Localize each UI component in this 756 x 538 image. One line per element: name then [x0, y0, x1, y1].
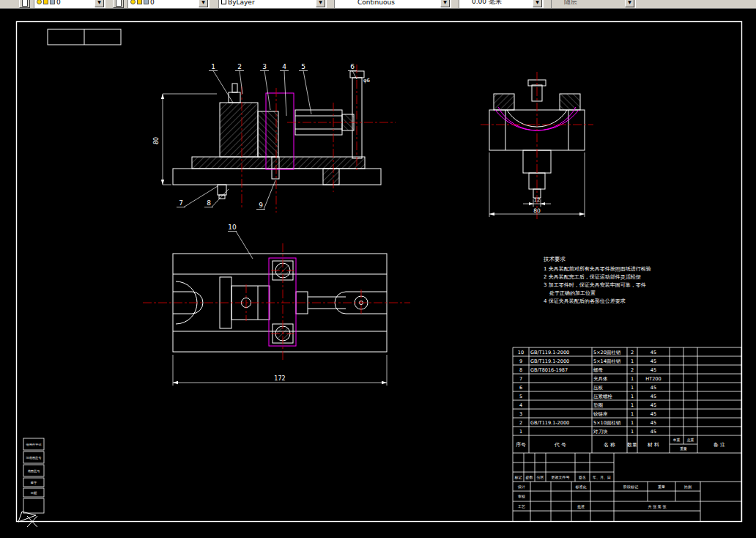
part-material: 45: [651, 367, 656, 373]
part-name: 5×20圆柱销: [593, 350, 621, 355]
chevron-down-icon[interactable]: ▼: [533, 0, 542, 7]
chevron-down-icon[interactable]: ▼: [94, 0, 104, 7]
callout-number: 10: [228, 224, 237, 231]
lineweight-dropdown[interactable]: 0.00 毫米 ▼: [459, 0, 544, 9]
callout-number: 4: [282, 63, 286, 70]
part-no: 2: [519, 420, 522, 426]
part-material: 45: [651, 411, 656, 417]
notes-line: 1 夹具装配前对所有夹具零件按照图纸进行检验: [544, 266, 651, 272]
part-name: 压板: [593, 385, 604, 391]
part-name: 对刀块: [593, 429, 608, 435]
plotstyle-dropdown[interactable]: 随层 ▼: [551, 0, 636, 9]
layer-properties-icon[interactable]: [19, 0, 30, 8]
layer-freeze-icon: [137, 0, 142, 4]
part-name: 夹具体: [593, 376, 608, 382]
plotstyle-value: 随层: [564, 0, 577, 7]
part-code: GB/T119.1-2000: [530, 350, 569, 355]
part-no: 5: [519, 394, 522, 399]
chevron-down-icon[interactable]: ▼: [625, 0, 634, 7]
chevron-down-icon[interactable]: ▼: [316, 0, 325, 7]
tb-sheets: 共 张 第 张: [648, 504, 667, 509]
margin-label: 旧底图总号: [26, 456, 42, 460]
dimension-text: 12: [534, 197, 541, 203]
header-weight: 重量: [680, 446, 687, 451]
margin-label: 借用件登记: [26, 443, 42, 446]
tb-standard: 标准化: [575, 484, 587, 490]
linetype-value: Continuous: [357, 0, 395, 6]
callout-number: 8: [207, 199, 211, 207]
tb-scale: 比例: [684, 484, 692, 490]
callout-number: 6: [350, 63, 355, 70]
part-material: 45: [651, 420, 656, 426]
layer-on-icon: [37, 0, 42, 4]
callout-number: 2: [237, 63, 242, 70]
tb-approve: 批准: [577, 504, 585, 509]
layer-freeze-icon: [43, 0, 48, 4]
part-qty: 1: [631, 420, 634, 426]
plan-callout-leader: [228, 232, 253, 259]
dimension-text: 80: [533, 207, 541, 214]
part-code: GB/T119.1-2000: [530, 420, 569, 426]
front-view: [173, 71, 381, 199]
tb-date: 年、月、日: [593, 475, 611, 480]
part-no: 6: [519, 385, 522, 391]
chevron-down-icon[interactable]: ▼: [440, 0, 450, 7]
part-code: GB/T119.1-2000: [530, 358, 569, 364]
part-qty: 1: [631, 411, 634, 417]
notes-line: 4 保证夹具装配后的各形位公差要求: [544, 298, 626, 304]
callout-number: 7: [179, 199, 183, 207]
header-remark: 备 注: [714, 442, 725, 448]
part-material: 45: [651, 358, 656, 364]
part-name: 垫圈: [593, 402, 603, 408]
page-glyph: [22, 0, 28, 7]
part-no: 3: [519, 411, 522, 417]
front-dimension-80: [163, 94, 217, 185]
part-material: 45: [651, 394, 656, 399]
linetype-dropdown[interactable]: Continuous ▼: [334, 0, 451, 9]
part-qty: 2: [631, 367, 634, 373]
tb-file: 更改文件号: [552, 475, 570, 479]
header-no: 序号: [516, 442, 526, 448]
tb-process: 工艺: [518, 504, 525, 509]
tb-sign: 签名: [579, 475, 586, 480]
part-no: 1: [519, 429, 522, 435]
parts-list-rows: 10 GB/T119.1-2000 5×20圆柱销 2 45 9 GB/T119…: [518, 350, 662, 435]
page-glyph: [116, 0, 122, 7]
part-material: 45: [651, 402, 656, 408]
part-material: HT200: [645, 376, 661, 382]
part-material: 45: [651, 385, 656, 391]
header-code: 代 号: [554, 442, 566, 448]
ucs-pointer-icon: [18, 512, 37, 527]
layer-on-icon: [130, 0, 136, 4]
part-qty: 1: [631, 358, 634, 364]
title-block-labels: 标记 处数 分区 更改文件号 签名 年、月、日 设计 标准化 阶段标记 重量 比…: [514, 475, 692, 509]
tb-weight: 重量: [658, 484, 665, 489]
dimension-text: 80: [153, 137, 160, 144]
layer-dropdown[interactable]: 0 ▼: [34, 0, 105, 9]
part-qty: 2: [631, 350, 634, 355]
part-name: 压紧螺栓: [593, 394, 613, 399]
drawing-canvas[interactable]: 借用件登记 旧底图总号 底图总号 签字 日期: [0, 0, 756, 538]
chevron-down-icon[interactable]: ▼: [199, 0, 208, 7]
layer-lock-icon: [144, 0, 149, 4]
color-swatch-icon: [221, 0, 226, 4]
part-no: 10: [518, 350, 524, 355]
layer-lock-icon: [50, 0, 55, 4]
margin-label: 日期: [31, 491, 37, 495]
thread-label: φ6: [363, 78, 371, 84]
margin-label: 签字: [31, 481, 37, 484]
color-dropdown[interactable]: ByLayer ▼: [218, 0, 327, 9]
callout-number: 1: [211, 63, 215, 70]
part-no: 7: [519, 376, 522, 382]
part-no: 8: [519, 367, 522, 373]
tb-stage: 阶段标记: [623, 484, 638, 490]
lineweight-value: 0.00 毫米: [472, 0, 502, 7]
header-weight-total: 总重: [687, 438, 694, 442]
tb-mark: 标记: [514, 475, 522, 480]
layer-state-dropdown[interactable]: 0 ▼: [127, 0, 210, 9]
make-layer-current-icon[interactable]: [113, 0, 124, 8]
part-no: 4: [519, 402, 522, 408]
callout-number: 3: [262, 63, 267, 70]
object-properties-toolbar: 0 ▼ 0 ▼ ByLayer ▼ Continuous ▼ 0.00 毫米 ▼…: [0, 0, 756, 9]
margin-blocks: [23, 438, 44, 513]
